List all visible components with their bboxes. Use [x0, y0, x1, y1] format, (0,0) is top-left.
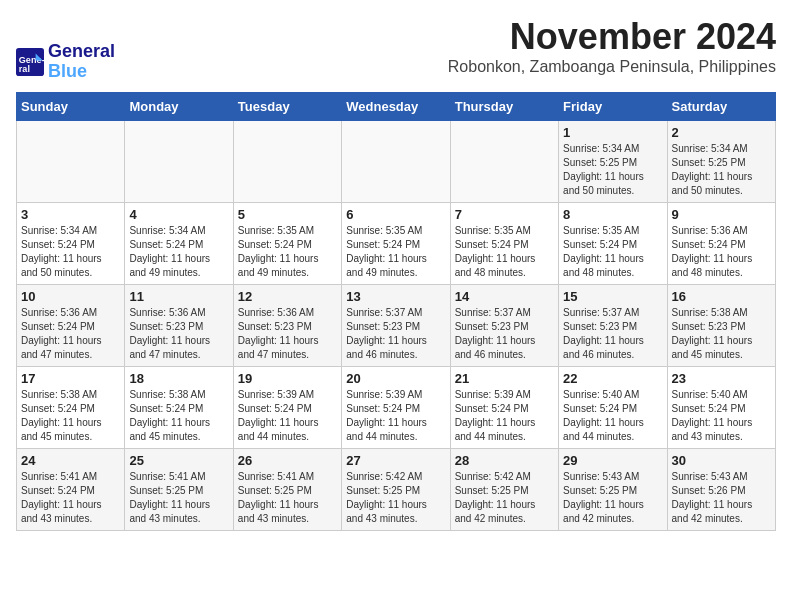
calendar-cell: 21Sunrise: 5:39 AM Sunset: 5:24 PM Dayli… [450, 367, 558, 449]
day-number: 11 [129, 289, 228, 304]
day-info: Sunrise: 5:39 AM Sunset: 5:24 PM Dayligh… [455, 388, 554, 444]
day-number: 30 [672, 453, 771, 468]
col-header-sunday: Sunday [17, 93, 125, 121]
day-info: Sunrise: 5:39 AM Sunset: 5:24 PM Dayligh… [346, 388, 445, 444]
day-info: Sunrise: 5:37 AM Sunset: 5:23 PM Dayligh… [455, 306, 554, 362]
calendar-cell: 4Sunrise: 5:34 AM Sunset: 5:24 PM Daylig… [125, 203, 233, 285]
calendar-cell: 19Sunrise: 5:39 AM Sunset: 5:24 PM Dayli… [233, 367, 341, 449]
day-info: Sunrise: 5:41 AM Sunset: 5:25 PM Dayligh… [238, 470, 337, 526]
logo: Gene- ral General Blue [16, 42, 115, 82]
day-info: Sunrise: 5:42 AM Sunset: 5:25 PM Dayligh… [455, 470, 554, 526]
calendar-cell: 20Sunrise: 5:39 AM Sunset: 5:24 PM Dayli… [342, 367, 450, 449]
day-info: Sunrise: 5:34 AM Sunset: 5:24 PM Dayligh… [21, 224, 120, 280]
day-info: Sunrise: 5:34 AM Sunset: 5:25 PM Dayligh… [672, 142, 771, 198]
day-number: 12 [238, 289, 337, 304]
day-number: 6 [346, 207, 445, 222]
day-info: Sunrise: 5:36 AM Sunset: 5:24 PM Dayligh… [21, 306, 120, 362]
calendar-cell: 14Sunrise: 5:37 AM Sunset: 5:23 PM Dayli… [450, 285, 558, 367]
day-number: 7 [455, 207, 554, 222]
day-info: Sunrise: 5:35 AM Sunset: 5:24 PM Dayligh… [238, 224, 337, 280]
col-header-tuesday: Tuesday [233, 93, 341, 121]
calendar-cell: 7Sunrise: 5:35 AM Sunset: 5:24 PM Daylig… [450, 203, 558, 285]
logo-text-line2: Blue [48, 62, 115, 82]
col-header-wednesday: Wednesday [342, 93, 450, 121]
calendar-cell: 28Sunrise: 5:42 AM Sunset: 5:25 PM Dayli… [450, 449, 558, 531]
calendar-cell: 30Sunrise: 5:43 AM Sunset: 5:26 PM Dayli… [667, 449, 775, 531]
calendar-cell: 22Sunrise: 5:40 AM Sunset: 5:24 PM Dayli… [559, 367, 667, 449]
calendar-cell: 6Sunrise: 5:35 AM Sunset: 5:24 PM Daylig… [342, 203, 450, 285]
logo-text-line1: General [48, 42, 115, 62]
col-header-friday: Friday [559, 93, 667, 121]
day-number: 25 [129, 453, 228, 468]
day-info: Sunrise: 5:41 AM Sunset: 5:25 PM Dayligh… [129, 470, 228, 526]
day-number: 20 [346, 371, 445, 386]
calendar-cell: 9Sunrise: 5:36 AM Sunset: 5:24 PM Daylig… [667, 203, 775, 285]
day-info: Sunrise: 5:35 AM Sunset: 5:24 PM Dayligh… [455, 224, 554, 280]
day-info: Sunrise: 5:36 AM Sunset: 5:23 PM Dayligh… [129, 306, 228, 362]
day-number: 5 [238, 207, 337, 222]
day-info: Sunrise: 5:38 AM Sunset: 5:23 PM Dayligh… [672, 306, 771, 362]
svg-text:ral: ral [19, 64, 30, 74]
calendar-cell [450, 121, 558, 203]
calendar-cell: 16Sunrise: 5:38 AM Sunset: 5:23 PM Dayli… [667, 285, 775, 367]
day-info: Sunrise: 5:36 AM Sunset: 5:24 PM Dayligh… [672, 224, 771, 280]
day-info: Sunrise: 5:41 AM Sunset: 5:24 PM Dayligh… [21, 470, 120, 526]
day-number: 16 [672, 289, 771, 304]
calendar-cell: 24Sunrise: 5:41 AM Sunset: 5:24 PM Dayli… [17, 449, 125, 531]
calendar-cell: 23Sunrise: 5:40 AM Sunset: 5:24 PM Dayli… [667, 367, 775, 449]
day-info: Sunrise: 5:34 AM Sunset: 5:25 PM Dayligh… [563, 142, 662, 198]
day-info: Sunrise: 5:38 AM Sunset: 5:24 PM Dayligh… [21, 388, 120, 444]
day-number: 3 [21, 207, 120, 222]
calendar-cell: 10Sunrise: 5:36 AM Sunset: 5:24 PM Dayli… [17, 285, 125, 367]
col-header-monday: Monday [125, 93, 233, 121]
calendar-cell [17, 121, 125, 203]
day-number: 23 [672, 371, 771, 386]
calendar-cell: 18Sunrise: 5:38 AM Sunset: 5:24 PM Dayli… [125, 367, 233, 449]
logo-icon: Gene- ral [16, 48, 44, 76]
month-year-title: November 2024 [448, 16, 776, 58]
location-subtitle: Robonkon, Zamboanga Peninsula, Philippin… [448, 58, 776, 76]
day-number: 26 [238, 453, 337, 468]
day-number: 4 [129, 207, 228, 222]
day-number: 21 [455, 371, 554, 386]
calendar-cell: 2Sunrise: 5:34 AM Sunset: 5:25 PM Daylig… [667, 121, 775, 203]
day-number: 15 [563, 289, 662, 304]
day-info: Sunrise: 5:36 AM Sunset: 5:23 PM Dayligh… [238, 306, 337, 362]
day-number: 24 [21, 453, 120, 468]
day-info: Sunrise: 5:43 AM Sunset: 5:25 PM Dayligh… [563, 470, 662, 526]
day-info: Sunrise: 5:34 AM Sunset: 5:24 PM Dayligh… [129, 224, 228, 280]
day-number: 2 [672, 125, 771, 140]
day-number: 19 [238, 371, 337, 386]
day-info: Sunrise: 5:43 AM Sunset: 5:26 PM Dayligh… [672, 470, 771, 526]
day-number: 9 [672, 207, 771, 222]
calendar-cell: 11Sunrise: 5:36 AM Sunset: 5:23 PM Dayli… [125, 285, 233, 367]
calendar-cell: 27Sunrise: 5:42 AM Sunset: 5:25 PM Dayli… [342, 449, 450, 531]
day-number: 29 [563, 453, 662, 468]
calendar-cell: 15Sunrise: 5:37 AM Sunset: 5:23 PM Dayli… [559, 285, 667, 367]
day-info: Sunrise: 5:38 AM Sunset: 5:24 PM Dayligh… [129, 388, 228, 444]
day-number: 18 [129, 371, 228, 386]
day-info: Sunrise: 5:39 AM Sunset: 5:24 PM Dayligh… [238, 388, 337, 444]
col-header-saturday: Saturday [667, 93, 775, 121]
calendar-cell: 26Sunrise: 5:41 AM Sunset: 5:25 PM Dayli… [233, 449, 341, 531]
calendar-cell [125, 121, 233, 203]
day-info: Sunrise: 5:35 AM Sunset: 5:24 PM Dayligh… [563, 224, 662, 280]
day-number: 14 [455, 289, 554, 304]
calendar-cell: 25Sunrise: 5:41 AM Sunset: 5:25 PM Dayli… [125, 449, 233, 531]
day-info: Sunrise: 5:37 AM Sunset: 5:23 PM Dayligh… [346, 306, 445, 362]
day-number: 1 [563, 125, 662, 140]
calendar-cell: 3Sunrise: 5:34 AM Sunset: 5:24 PM Daylig… [17, 203, 125, 285]
calendar-cell: 13Sunrise: 5:37 AM Sunset: 5:23 PM Dayli… [342, 285, 450, 367]
calendar-cell: 1Sunrise: 5:34 AM Sunset: 5:25 PM Daylig… [559, 121, 667, 203]
calendar-cell: 12Sunrise: 5:36 AM Sunset: 5:23 PM Dayli… [233, 285, 341, 367]
calendar-cell: 17Sunrise: 5:38 AM Sunset: 5:24 PM Dayli… [17, 367, 125, 449]
day-number: 27 [346, 453, 445, 468]
calendar-cell: 29Sunrise: 5:43 AM Sunset: 5:25 PM Dayli… [559, 449, 667, 531]
day-info: Sunrise: 5:37 AM Sunset: 5:23 PM Dayligh… [563, 306, 662, 362]
calendar-cell: 8Sunrise: 5:35 AM Sunset: 5:24 PM Daylig… [559, 203, 667, 285]
day-info: Sunrise: 5:35 AM Sunset: 5:24 PM Dayligh… [346, 224, 445, 280]
calendar-cell [233, 121, 341, 203]
day-info: Sunrise: 5:40 AM Sunset: 5:24 PM Dayligh… [563, 388, 662, 444]
day-info: Sunrise: 5:40 AM Sunset: 5:24 PM Dayligh… [672, 388, 771, 444]
day-number: 17 [21, 371, 120, 386]
